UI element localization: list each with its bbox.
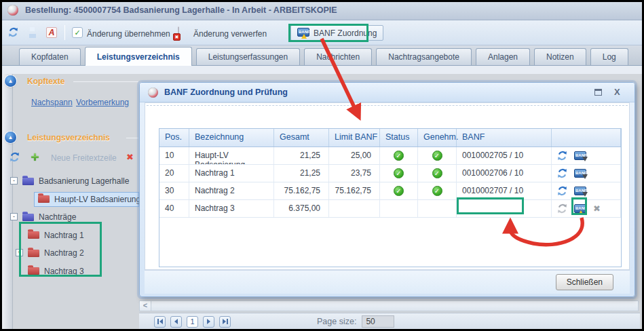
banf-zuordnung-button[interactable]: BANF BANF Zuordnung — [290, 25, 383, 41]
status-ok-icon: ✓ — [394, 151, 404, 161]
dialog-maximize-button[interactable] — [594, 89, 602, 96]
refresh-banf-button[interactable] — [557, 151, 567, 161]
cell-status: ✓ — [380, 165, 418, 182]
column-header-status[interactable]: Status — [380, 129, 418, 147]
refresh-banf-disabled-icon[interactable] — [557, 203, 567, 214]
tab-log[interactable]: Log — [590, 48, 628, 65]
tree-node-haupt-lv-badsanierung[interactable]: Haupt-LV Badsanierung — [34, 192, 139, 207]
refresh-banf-button[interactable] — [557, 186, 567, 196]
delete-node-button[interactable]: ✖ — [126, 152, 134, 162]
application-window: Bestellung: 4500007754 Badsanierung Lage… — [0, 0, 644, 331]
cell-status — [380, 200, 418, 217]
section-divider — [126, 138, 138, 138]
page-next-button[interactable] — [203, 316, 214, 328]
tree-expander-expand[interactable]: + — [16, 249, 23, 256]
banf-zuordnung-label: BANF Zuordnung — [314, 28, 377, 38]
banf-table-row-pos-30[interactable]: 30Nachtrag 275.162,7575.162,75✓✓00100027… — [159, 182, 621, 200]
banf-table-rows: 10Haupt-LV Badsanierung21,2525,00✓✓00100… — [159, 147, 621, 218]
page-number-button[interactable]: 1 — [187, 316, 198, 328]
add-freetext-icon[interactable] — [30, 152, 40, 162]
cell-limit-banf: 23,75 — [329, 165, 380, 182]
discard-change-icon[interactable]: ✖ — [178, 26, 179, 39]
window-titlebar: Bestellung: 4500007754 Badsanierung Lage… — [0, 0, 644, 20]
tab-leistungsverzeichnis[interactable]: Leistungsverzeichnis — [85, 47, 192, 66]
banf-view-button[interactable]: BANF — [574, 169, 586, 178]
status-ok-icon: ✓ — [394, 168, 404, 178]
column-header-pos[interactable]: Pos. — [159, 129, 189, 147]
pagination-buttons: 1 — [154, 316, 235, 328]
dialog-titlebar[interactable]: BANF Zuordnung und Prüfung — [140, 83, 634, 102]
banf-create-button[interactable]: BANF — [297, 28, 309, 37]
apply-change-icon[interactable]: ✓ — [72, 27, 83, 38]
link-nachspann[interactable]: Nachspann — [31, 98, 73, 107]
cell-gesamt: 21,25 — [274, 165, 329, 182]
page-first-button[interactable] — [154, 316, 166, 328]
tree-node-nachtrag-3[interactable]: Nachtrag 3 — [24, 264, 88, 279]
link-vorbemerkung[interactable]: Vorbemerkung — [76, 98, 129, 107]
tab-bar: KopfdatenLeistungsverzeichnisLeistungser… — [0, 45, 644, 66]
banf-table-row-pos-20[interactable]: 20Nachtrag 121,2523,75✓✓0010002706 / 10B… — [159, 165, 621, 182]
banf-create-button[interactable]: BANF — [574, 204, 586, 213]
column-header-gesamt[interactable]: Gesamt — [274, 129, 329, 147]
banf-view-button[interactable]: BANF — [574, 187, 586, 195]
tab-anlagen[interactable]: Anlagen — [476, 48, 530, 65]
cell-banf: 0010002706 / 10 — [457, 165, 552, 182]
cell-banf — [457, 200, 552, 217]
tree-node-nachträge[interactable]: Nachträge — [19, 210, 79, 225]
cell-status: ✓ — [380, 182, 418, 199]
tree-expander-collapse[interactable]: - — [10, 177, 18, 184]
bar-icon — [227, 319, 228, 324]
dialog-body: Pos.BezeichnungGesamtLimit BANFStatusGen… — [145, 102, 630, 270]
schliessen-button[interactable]: Schließen — [556, 274, 613, 290]
collapse-lv-button[interactable]: ▲ — [5, 132, 16, 143]
discard-x-icon: ✖ — [173, 33, 181, 41]
cell-gesamt: 75.162,75 — [274, 182, 329, 199]
new-freetext-button[interactable]: Neue Freitextzeile — [51, 153, 117, 163]
column-header-limit-banf[interactable]: Limit BANF — [329, 129, 380, 147]
discard-change-button[interactable]: Änderung verwerfen — [193, 29, 267, 39]
tree-node-label: Haupt-LV Badsanierung — [54, 195, 140, 204]
tab-notizen[interactable]: Notizen — [534, 48, 586, 65]
status-ok-icon: ✓ — [432, 151, 442, 161]
tab-nachtragsangebote[interactable]: Nachtragsangebote — [376, 48, 472, 65]
column-header-banf[interactable]: BANF — [457, 129, 552, 147]
banf-view-button[interactable]: BANF — [574, 151, 586, 160]
refresh-button[interactable] — [8, 27, 18, 37]
section-title-kopftexte: Kopftexte — [27, 77, 64, 86]
banf-table-row-pos-40[interactable]: 40Nachtrag 36.375,00BANF✖ — [159, 200, 621, 218]
banf-dialog: BANF Zuordnung und Prüfung X Pos.Bezeich… — [139, 82, 635, 297]
app-logo-icon — [7, 5, 18, 16]
folder-icon — [22, 178, 34, 185]
tree-node-nachtrag-2[interactable]: Nachtrag 2 — [24, 246, 88, 260]
page-last-button[interactable] — [219, 316, 231, 328]
tree-expander-collapse[interactable]: - — [10, 213, 18, 220]
horizontal-scrollbar[interactable]: < — [139, 300, 639, 311]
page-size-input[interactable] — [362, 315, 394, 328]
column-header-genehm[interactable]: Genehm. — [418, 129, 457, 147]
collapse-kopftexte-button[interactable]: ▲ — [5, 75, 16, 87]
arrow-down-icon — [582, 174, 588, 179]
tree-node-nachtrag-1[interactable]: Nachtrag 1 — [24, 228, 88, 243]
delete-banf-button[interactable]: ✖ — [593, 203, 601, 214]
tree-node-badsanierung-lagerhalle[interactable]: Badsanierung Lagerhalle — [19, 174, 132, 189]
banf-table-row-pos-10[interactable]: 10Haupt-LV Badsanierung21,2525,00✓✓00100… — [159, 147, 621, 165]
dialog-close-icon[interactable]: X — [614, 87, 620, 97]
scroll-left-button[interactable]: < — [140, 301, 151, 311]
column-header-bezeichnung[interactable]: Bezeichnung — [189, 129, 274, 147]
cell-pos: 10 — [159, 147, 189, 164]
pdf-export-button[interactable]: A — [46, 27, 57, 38]
page-prev-button[interactable] — [170, 316, 182, 328]
tab-nachrichten[interactable]: Nachrichten — [304, 48, 372, 65]
tree-refresh-button[interactable] — [10, 152, 20, 162]
apply-change-button[interactable]: Änderung übernehmen — [87, 29, 170, 39]
refresh-banf-button[interactable] — [557, 168, 567, 178]
column-header-actions[interactable] — [552, 129, 621, 147]
tab-leistungserfassungen[interactable]: Leistungserfassungen — [196, 48, 300, 65]
cell-pos: 20 — [159, 165, 189, 182]
tree-node-label: Nachträge — [39, 212, 76, 222]
cell-limit-banf: 75.162,75 — [329, 182, 380, 199]
arrow-right-icon — [207, 319, 210, 324]
tab-kopfdaten[interactable]: Kopfdaten — [19, 48, 81, 65]
arrow-left-icon — [159, 319, 163, 324]
tree-node-label: Badsanierung Lagerhalle — [39, 176, 129, 186]
